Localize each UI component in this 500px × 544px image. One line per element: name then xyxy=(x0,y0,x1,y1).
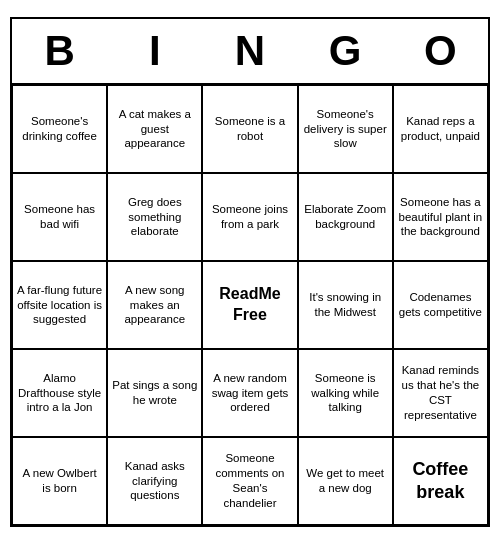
bingo-cell-r1c1[interactable]: Someone's drinking coffee xyxy=(12,85,107,173)
bingo-cell-r2c3[interactable]: Someone joins from a park xyxy=(202,173,297,261)
bingo-header: B I N G O xyxy=(12,19,488,85)
letter-b: B xyxy=(16,27,104,75)
bingo-cell-r4c1[interactable]: Alamo Drafthouse style intro a la Jon xyxy=(12,349,107,437)
bingo-cell-r1c2[interactable]: A cat makes a guest appearance xyxy=(107,85,202,173)
bingo-cell-r1c5[interactable]: Kanad reps a product, unpaid xyxy=(393,85,488,173)
letter-g: G xyxy=(301,27,389,75)
bingo-cell-r4c4[interactable]: Someone is walking while talking xyxy=(298,349,393,437)
bingo-cell-r3c5[interactable]: Codenames gets competitive xyxy=(393,261,488,349)
bingo-cell-r3c3[interactable]: ReadMe Free xyxy=(202,261,297,349)
letter-o: O xyxy=(396,27,484,75)
bingo-cell-r5c5[interactable]: Coffee break xyxy=(393,437,488,525)
bingo-cell-r3c4[interactable]: It's snowing in the Midwest xyxy=(298,261,393,349)
bingo-cell-r2c5[interactable]: Someone has a beautiful plant in the bac… xyxy=(393,173,488,261)
bingo-grid: Someone's drinking coffeeA cat makes a g… xyxy=(12,85,488,525)
letter-i: I xyxy=(111,27,199,75)
bingo-cell-r1c4[interactable]: Someone's delivery is super slow xyxy=(298,85,393,173)
bingo-cell-r4c3[interactable]: A new random swag item gets ordered xyxy=(202,349,297,437)
bingo-cell-r3c1[interactable]: A far-flung future offsite location is s… xyxy=(12,261,107,349)
bingo-cell-r5c3[interactable]: Someone comments on Sean's chandelier xyxy=(202,437,297,525)
bingo-cell-r2c2[interactable]: Greg does something elaborate xyxy=(107,173,202,261)
bingo-cell-r5c4[interactable]: We get to meet a new dog xyxy=(298,437,393,525)
bingo-cell-r4c5[interactable]: Kanad reminds us that he's the CST repre… xyxy=(393,349,488,437)
bingo-cell-r2c4[interactable]: Elaborate Zoom background xyxy=(298,173,393,261)
bingo-cell-r4c2[interactable]: Pat sings a song he wrote xyxy=(107,349,202,437)
bingo-cell-r2c1[interactable]: Someone has bad wifi xyxy=(12,173,107,261)
bingo-cell-r3c2[interactable]: A new song makes an appearance xyxy=(107,261,202,349)
bingo-cell-r5c1[interactable]: A new Owlbert is born xyxy=(12,437,107,525)
bingo-cell-r5c2[interactable]: Kanad asks clarifying questions xyxy=(107,437,202,525)
letter-n: N xyxy=(206,27,294,75)
bingo-cell-r1c3[interactable]: Someone is a robot xyxy=(202,85,297,173)
bingo-card: B I N G O Someone's drinking coffeeA cat… xyxy=(10,17,490,527)
